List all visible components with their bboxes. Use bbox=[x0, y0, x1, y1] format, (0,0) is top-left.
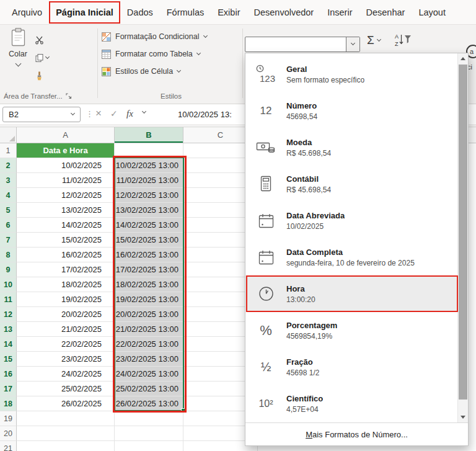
cell-B16[interactable]: 24/02/2025 13:00 bbox=[115, 367, 183, 382]
cell-styles-button[interactable]: Estilos de Célula bbox=[102, 65, 180, 78]
enter-icon[interactable]: ✓ bbox=[110, 109, 118, 118]
row-header-21[interactable]: 21 bbox=[0, 441, 17, 451]
cancel-icon[interactable]: × bbox=[95, 107, 102, 120]
cell-B9[interactable]: 17/02/2025 13:00 bbox=[115, 262, 183, 277]
cell-B12[interactable]: 20/02/2025 13:00 bbox=[115, 307, 183, 322]
cell-B1[interactable] bbox=[115, 143, 183, 158]
cell-B4[interactable]: 12/02/2025 13:00 bbox=[115, 188, 183, 203]
row-header-3[interactable]: 3 bbox=[0, 173, 17, 188]
cell-B5[interactable]: 13/02/2025 13:00 bbox=[115, 203, 183, 218]
row-header-19[interactable]: 19 bbox=[0, 411, 17, 426]
paste-button[interactable]: Colar bbox=[4, 27, 32, 87]
row-header-1[interactable]: 1 bbox=[0, 143, 17, 158]
cell-B17[interactable]: 25/02/2025 13:00 bbox=[115, 382, 183, 396]
autosum-button[interactable]: Σ bbox=[367, 33, 381, 47]
row-header-11[interactable]: 11 bbox=[0, 292, 17, 307]
name-box[interactable]: B2 bbox=[2, 107, 81, 122]
tab-desenvolvedor[interactable]: Desenvolvedor bbox=[247, 1, 320, 24]
format-option-fracao[interactable]: ½Fração45698 1/2 bbox=[245, 349, 457, 385]
menu-scrollbar[interactable] bbox=[457, 53, 468, 422]
row-header-7[interactable]: 7 bbox=[0, 233, 17, 248]
row-header-16[interactable]: 16 bbox=[0, 367, 17, 382]
column-header-b[interactable]: B bbox=[115, 127, 183, 143]
cell-A16[interactable]: 24/02/2025 bbox=[17, 367, 115, 382]
cell-A6[interactable]: 14/02/2025 bbox=[17, 218, 115, 233]
format-option-contabil[interactable]: ContábilR$ 45.698,54 bbox=[245, 166, 457, 202]
tab-desenhar[interactable]: Desenhar bbox=[359, 1, 412, 24]
cell-B20[interactable] bbox=[115, 426, 183, 441]
cell-A15[interactable]: 23/02/2025 bbox=[17, 352, 115, 367]
number-format-combobox[interactable] bbox=[245, 37, 360, 52]
cell-A12[interactable]: 20/02/2025 bbox=[17, 307, 115, 322]
cell-A11[interactable]: 19/02/2025 bbox=[17, 292, 115, 307]
format-option-moeda[interactable]: MoedaR$ 45.698,54 bbox=[245, 129, 457, 166]
tab-arquivo[interactable]: Arquivo bbox=[5, 1, 49, 24]
tab-dados[interactable]: Dados bbox=[120, 1, 160, 24]
tab-pagina-inicial[interactable]: Página Inicial bbox=[49, 1, 120, 24]
cell-A10[interactable]: 18/02/2025 bbox=[17, 277, 115, 292]
row-header-17[interactable]: 17 bbox=[0, 382, 17, 396]
row-header-9[interactable]: 9 bbox=[0, 262, 17, 277]
format-option-geral[interactable]: 123GeralSem formato específico bbox=[245, 56, 457, 92]
format-option-data-completa[interactable]: Data Completasegunda-feira, 10 de fevere… bbox=[245, 239, 457, 275]
copy-button[interactable] bbox=[35, 51, 56, 64]
combobox-arrow-button[interactable] bbox=[346, 37, 359, 51]
dialog-launcher-icon[interactable] bbox=[66, 93, 72, 99]
row-header-10[interactable]: 10 bbox=[0, 277, 17, 292]
row-header-6[interactable]: 6 bbox=[0, 218, 17, 233]
format-painter-button[interactable] bbox=[35, 69, 56, 82]
formula-text[interactable]: 10/02/2025 13: bbox=[178, 110, 232, 119]
format-option-data-abreviada[interactable]: Data Abreviada10/02/2025 bbox=[245, 202, 457, 239]
cell-B10[interactable]: 18/02/2025 13:00 bbox=[115, 277, 183, 292]
cell-B7[interactable]: 15/02/2025 13:00 bbox=[115, 233, 183, 248]
cell-B2[interactable]: 10/02/2025 13:00 bbox=[115, 158, 183, 173]
cell-A18[interactable]: 26/02/2025 bbox=[17, 396, 115, 411]
row-header-4[interactable]: 4 bbox=[0, 188, 17, 203]
format-as-table-button[interactable]: Formatar como Tabela bbox=[102, 47, 200, 61]
tab-exibir[interactable]: Exibir bbox=[211, 1, 247, 24]
cell-A19[interactable] bbox=[17, 411, 115, 426]
row-header-12[interactable]: 12 bbox=[0, 307, 17, 322]
format-option-numero[interactable]: 12Número45698,54 bbox=[245, 92, 457, 129]
cell-B18[interactable]: 26/02/2025 13:00 bbox=[115, 396, 183, 411]
column-header-a[interactable]: A bbox=[17, 127, 115, 143]
row-header-14[interactable]: 14 bbox=[0, 337, 17, 352]
row-header-2[interactable]: 2 bbox=[0, 158, 17, 173]
scroll-down-button[interactable] bbox=[458, 412, 468, 422]
scrollbar-thumb[interactable] bbox=[459, 65, 467, 400]
cell-A3[interactable]: 11/02/2025 bbox=[17, 173, 115, 188]
tab-layout[interactable]: Layout bbox=[412, 1, 452, 24]
cell-B15[interactable]: 23/02/2025 13:00 bbox=[115, 352, 183, 367]
cell-A7[interactable]: 15/02/2025 bbox=[17, 233, 115, 248]
scroll-up-button[interactable] bbox=[458, 53, 468, 64]
cell-B6[interactable]: 14/02/2025 13:00 bbox=[115, 218, 183, 233]
cell-B21[interactable] bbox=[115, 441, 183, 451]
format-option-hora[interactable]: Hora13:00:20 bbox=[245, 275, 457, 312]
fill-handle[interactable] bbox=[181, 408, 185, 413]
cell-A2[interactable]: 10/02/2025 bbox=[17, 158, 115, 173]
tab-inserir[interactable]: Inserir bbox=[320, 1, 359, 24]
cell-A4[interactable]: 12/02/2025 bbox=[17, 188, 115, 203]
tab-formulas[interactable]: Fórmulas bbox=[160, 1, 211, 24]
cell-B11[interactable]: 19/02/2025 13:00 bbox=[115, 292, 183, 307]
row-header-8[interactable]: 8 bbox=[0, 248, 17, 262]
format-option-porcentagem[interactable]: %Porcentagem4569854,19% bbox=[245, 312, 457, 349]
row-header-15[interactable]: 15 bbox=[0, 352, 17, 367]
cell-B8[interactable]: 16/02/2025 13:00 bbox=[115, 248, 183, 262]
cell-A1[interactable]: Data e Hora bbox=[17, 143, 115, 158]
cell-A14[interactable]: 22/02/2025 bbox=[17, 337, 115, 352]
cell-A13[interactable]: 21/02/2025 bbox=[17, 322, 115, 337]
cell-A8[interactable]: 16/02/2025 bbox=[17, 248, 115, 262]
cell-A17[interactable]: 25/02/2025 bbox=[17, 382, 115, 396]
more-number-formats[interactable]: Mais Formatos de Número... bbox=[245, 423, 468, 445]
sort-filter-button[interactable]: A Z bbox=[394, 32, 412, 50]
insert-function-icon[interactable]: fx bbox=[126, 109, 133, 119]
row-header-20[interactable]: 20 bbox=[0, 426, 17, 441]
cut-button[interactable] bbox=[35, 33, 56, 46]
select-all-corner[interactable] bbox=[0, 127, 17, 143]
row-header-13[interactable]: 13 bbox=[0, 322, 17, 337]
cell-B3[interactable]: 11/02/2025 13:00 bbox=[115, 173, 183, 188]
format-option-cientifico[interactable]: 10²Científico4,57E+04 bbox=[245, 385, 457, 422]
row-header-18[interactable]: 18 bbox=[0, 396, 17, 411]
cell-B14[interactable]: 22/02/2025 13:00 bbox=[115, 337, 183, 352]
